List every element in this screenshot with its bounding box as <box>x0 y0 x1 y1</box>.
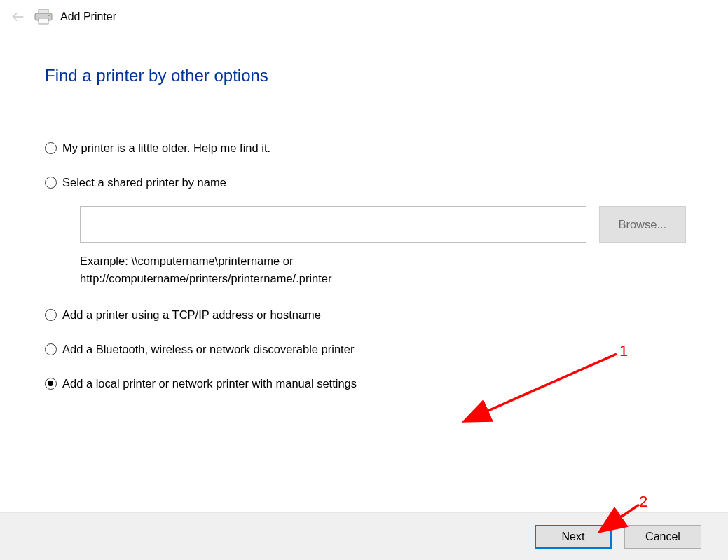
option-label: Add a Bluetooth, wireless or network dis… <box>62 343 354 356</box>
option-label: Select a shared printer by name <box>62 176 226 189</box>
option-older-printer[interactable]: My printer is a little older. Help me fi… <box>45 142 686 155</box>
radio-older-printer[interactable] <box>45 142 57 154</box>
annotation-label-2: 2 <box>639 493 647 511</box>
titlebar: Add Printer <box>0 0 728 31</box>
option-tcpip-printer[interactable]: Add a printer using a TCP/IP address or … <box>45 308 686 322</box>
svg-point-4 <box>48 15 50 16</box>
back-arrow-icon[interactable] <box>10 8 27 25</box>
svg-rect-1 <box>39 9 48 13</box>
titlebar-title: Add Printer <box>60 11 116 23</box>
radio-shared-printer[interactable] <box>45 177 57 189</box>
example-line: Example: \\computername\printername or <box>80 252 686 270</box>
wizard-footer: Next Cancel <box>0 512 728 560</box>
option-label: My printer is a little older. Help me fi… <box>62 142 270 155</box>
browse-button[interactable]: Browse... <box>599 206 686 243</box>
printer-icon <box>34 8 53 25</box>
radio-tcpip-printer[interactable] <box>45 309 57 321</box>
shared-printer-path-input[interactable] <box>80 206 586 243</box>
shared-printer-example: Example: \\computername\printername or h… <box>80 252 686 287</box>
wizard-content: Find a printer by other options My print… <box>0 31 728 390</box>
page-heading: Find a printer by other options <box>45 66 686 86</box>
radio-local-printer[interactable] <box>45 378 57 390</box>
option-shared-printer[interactable]: Select a shared printer by name <box>45 176 686 189</box>
cancel-button[interactable]: Cancel <box>624 525 701 549</box>
annotation-label-1: 1 <box>619 342 628 360</box>
shared-printer-subsection: Browse... Example: \\computername\printe… <box>80 206 686 287</box>
example-line: http://computername/printers/printername… <box>80 270 686 287</box>
svg-rect-3 <box>39 18 48 24</box>
radio-bluetooth-printer[interactable] <box>45 343 57 355</box>
printer-options-group: My printer is a little older. Help me fi… <box>45 142 686 390</box>
option-bluetooth-printer[interactable]: Add a Bluetooth, wireless or network dis… <box>45 343 686 356</box>
option-local-printer[interactable]: Add a local printer or network printer w… <box>45 377 686 390</box>
option-label: Add a printer using a TCP/IP address or … <box>62 308 321 322</box>
next-button[interactable]: Next <box>535 525 612 549</box>
option-label: Add a local printer or network printer w… <box>62 377 357 390</box>
